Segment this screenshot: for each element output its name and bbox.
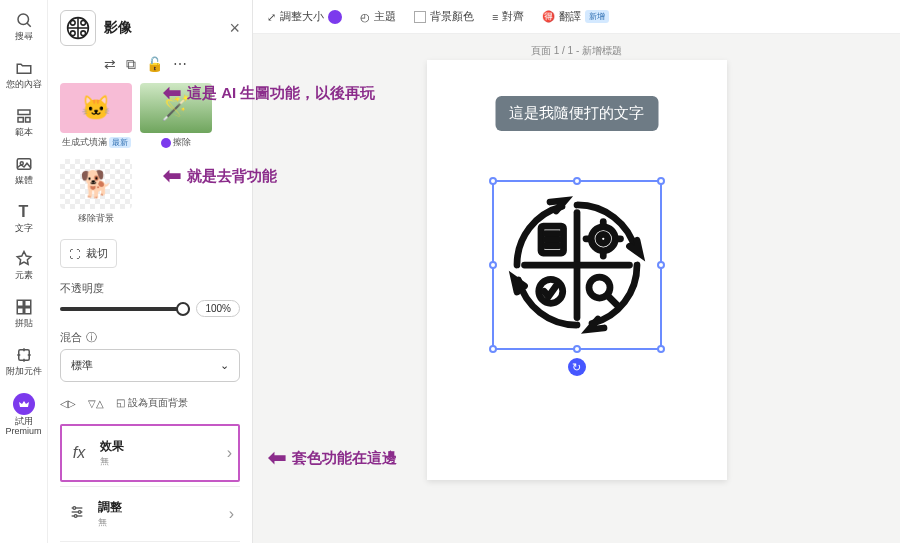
opacity-label: 不透明度 [60,282,240,296]
selected-image-object[interactable]: ↻ [492,180,662,350]
blend-label: 混合 [60,331,82,345]
nav-premium[interactable]: 試用 Premium [0,389,47,441]
editor-area: ⤢調整大小 ◴主題 背景顏色 ≡對齊 🉐翻譯新增 頁面 1 / 1 - 新增標題… [253,0,900,543]
opacity-value[interactable]: 100% [196,300,240,317]
opacity-slider[interactable] [60,307,190,311]
nav-templates[interactable]: 範本 [14,102,34,142]
nav-your-content[interactable]: 您的內容 [6,54,42,94]
nav-elements[interactable]: 元素 [14,245,34,285]
nav-collage[interactable]: 拼貼 [14,293,34,333]
chevron-down-icon: ⌄ [220,359,229,372]
left-nav-rail: 搜尋 您的內容 範本 媒體 T 文字 元素 拼貼 附加元件 試用 [0,0,48,543]
panel-close-button[interactable]: × [229,18,240,39]
svg-point-16 [81,20,86,25]
svg-point-17 [70,31,75,36]
media-icon [14,154,34,174]
nav-search[interactable]: 搜尋 [14,6,34,46]
resize-handle[interactable] [657,177,665,185]
text-icon: T [14,202,34,222]
more-icon[interactable]: ⋯ [173,56,187,73]
rotate-handle[interactable]: ↻ [568,358,586,376]
set-as-background-button[interactable]: ◱ 設為頁面背景 [116,396,188,410]
svg-line-1 [27,23,31,27]
svg-point-24 [74,515,77,518]
crown-badge-icon [161,138,171,148]
adjust-row[interactable]: 調整無 › [60,486,240,541]
canvas-topbar: ⤢調整大小 ◴主題 背景顏色 ≡對齊 🉐翻譯新增 [253,0,900,34]
svg-rect-11 [18,350,29,361]
premium-dot-icon [328,10,342,24]
resize-icon: ⤢ [267,11,276,23]
fx-icon: fx [68,444,90,462]
bgcolor-swatch-icon [414,11,426,23]
crop-button[interactable]: ⛶ 裁切 [60,239,117,268]
arrow-left-icon: ⬅ [268,445,286,471]
template-icon [14,106,34,126]
canvas-page[interactable]: 這是我隨便打的文字 [427,60,727,480]
crown-icon [13,393,35,415]
svg-rect-9 [17,308,23,314]
grid-icon [14,297,34,317]
svg-point-0 [18,14,29,25]
sliders-icon [66,504,88,524]
folder-icon [14,58,34,78]
resize-handle[interactable] [573,177,581,185]
svg-rect-4 [25,117,30,122]
svg-point-34 [598,234,607,243]
nav-text[interactable]: T 文字 [14,198,34,238]
arrow-left-icon: ⬅ [163,163,181,189]
svg-line-41 [607,296,618,307]
svg-rect-2 [18,110,30,115]
svg-rect-8 [24,301,30,307]
svg-rect-10 [24,308,30,314]
svg-point-22 [73,507,76,510]
align-button[interactable]: ≡對齊 [492,10,524,24]
annotation-1: ⬅ 這是 AI 生圖功能，以後再玩 [163,80,375,106]
blend-select[interactable]: 標準 ⌄ [60,349,240,382]
duplicate-icon[interactable]: ⧉ [126,56,136,73]
nav-media[interactable]: 媒體 [14,150,34,190]
panel-thumbnail-icon [60,10,96,46]
panel-title: 影像 [104,19,221,37]
bgcolor-button[interactable]: 背景顏色 [414,10,474,24]
svg-rect-3 [18,117,23,122]
svg-rect-7 [17,301,23,307]
arrow-left-icon: ⬅ [163,80,181,106]
plugin-icon [14,345,34,365]
svg-point-23 [78,511,81,514]
translate-button[interactable]: 🉐翻譯新增 [542,10,609,24]
svg-point-33 [591,227,615,251]
nav-addons[interactable]: 附加元件 [6,341,42,381]
align-icon: ≡ [492,11,498,23]
annotation-2: ⬅ 就是去背功能 [163,163,277,189]
svg-point-15 [70,20,75,25]
annotation-3: ⬅ 套色功能在這邊 [268,445,397,471]
image-artwork-icon [494,182,660,348]
elements-icon [14,249,34,269]
page-indicator[interactable]: 頁面 1 / 1 - 新增標題 [531,44,622,58]
resize-handle[interactable] [489,177,497,185]
canvas-text-element[interactable]: 這是我隨便打的文字 [495,96,658,131]
resize-handle[interactable] [657,345,665,353]
resize-handle[interactable] [657,261,665,269]
svg-point-18 [81,31,86,36]
panel-toolbar: ⇄ ⧉ 🔓 ⋯ [60,52,240,83]
theme-icon: ◴ [360,11,370,23]
flip-vertical-icon[interactable]: ▽△ [88,398,104,409]
generative-fill-thumb[interactable]: 🐱 生成式填滿最新 [60,83,132,149]
info-icon[interactable]: ⓘ [86,331,97,345]
lock-icon[interactable]: 🔓 [146,56,163,73]
search-icon [14,10,34,30]
replace-icon[interactable]: ⇄ [104,56,116,73]
flip-horizontal-icon[interactable]: ◁▷ [60,398,76,409]
translate-icon: 🉐 [542,10,555,23]
crop-icon: ⛶ [69,248,80,260]
resize-handle[interactable] [573,345,581,353]
resize-handle[interactable] [489,345,497,353]
resize-button[interactable]: ⤢調整大小 [267,10,342,24]
effects-row[interactable]: fx 效果無 › [60,424,240,482]
chevron-right-icon: › [229,505,234,523]
resize-handle[interactable] [489,261,497,269]
chevron-right-icon: › [227,444,232,462]
theme-button[interactable]: ◴主題 [360,10,396,24]
